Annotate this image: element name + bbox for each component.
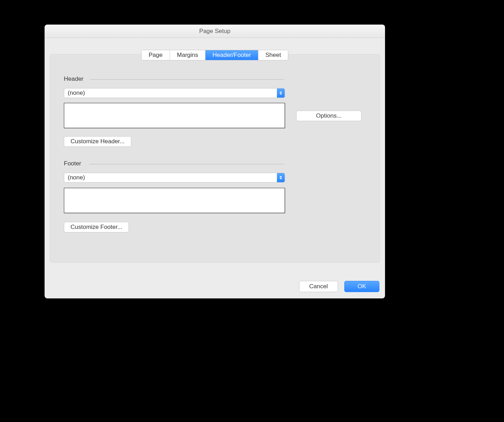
header-select[interactable]: (none) xyxy=(64,88,285,98)
footer-preview xyxy=(64,188,285,213)
updown-icon xyxy=(277,88,285,98)
customize-footer-button[interactable]: Customize Footer... xyxy=(64,222,129,232)
cancel-button[interactable]: Cancel xyxy=(299,281,338,292)
options-button[interactable]: Options... xyxy=(296,111,362,121)
footer-section-label: Footer xyxy=(64,160,81,167)
header-preview xyxy=(64,103,285,128)
tab-margins[interactable]: Margins xyxy=(170,50,205,60)
content-panel: Header (none) Customize Header... Option… xyxy=(49,54,380,263)
ok-button[interactable]: OK xyxy=(344,281,379,292)
updown-icon xyxy=(277,173,285,182)
tab-sheet[interactable]: Sheet xyxy=(258,50,288,60)
header-section-label: Header xyxy=(64,75,84,83)
page-setup-dialog: Page Setup Page Margins Header/Footer Sh… xyxy=(45,25,385,298)
header-section-line xyxy=(90,79,284,80)
footer-select[interactable]: (none) xyxy=(64,173,285,183)
tab-header-footer[interactable]: Header/Footer xyxy=(206,50,259,60)
footer-section-line xyxy=(89,164,284,164)
dialog-titlebar: Page Setup xyxy=(45,25,385,38)
dialog-buttons: Cancel OK xyxy=(299,281,379,292)
footer-select-value: (none) xyxy=(64,174,277,181)
header-select-value: (none) xyxy=(64,90,277,97)
tab-page[interactable]: Page xyxy=(141,50,170,60)
customize-header-button[interactable]: Customize Header... xyxy=(64,136,131,147)
tabs-bar: Page Margins Header/Footer Sheet xyxy=(141,50,288,60)
dialog-title: Page Setup xyxy=(199,28,231,35)
